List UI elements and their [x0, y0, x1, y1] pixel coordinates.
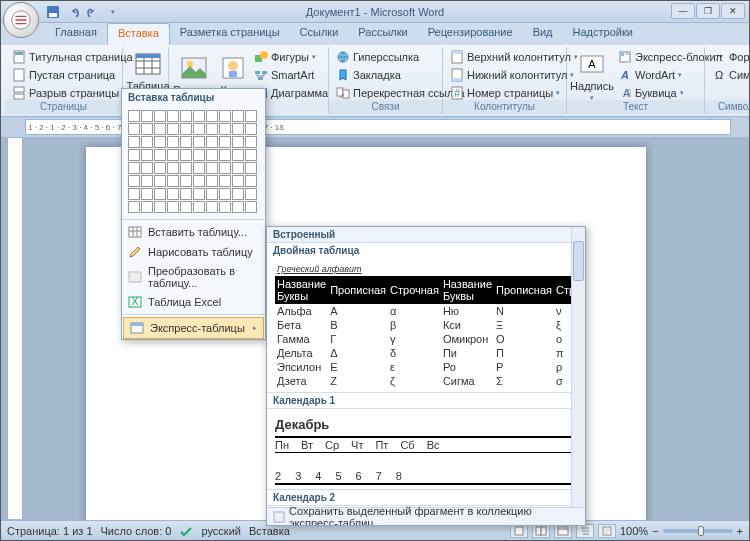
pagenum-icon: # — [450, 86, 464, 100]
maximize-button[interactable]: ❐ — [696, 3, 720, 19]
group-text-label: Текст — [567, 100, 704, 114]
svg-rect-35 — [621, 53, 624, 56]
tab-review[interactable]: Рецензирование — [418, 23, 523, 45]
qat-menu-icon[interactable]: ▾ — [105, 4, 121, 20]
blank-page-icon — [12, 68, 26, 82]
excel-icon: X — [128, 295, 142, 309]
svg-rect-18 — [262, 71, 267, 74]
svg-text:π: π — [715, 51, 723, 63]
zoom-slider[interactable] — [663, 529, 733, 533]
svg-rect-51 — [558, 527, 568, 535]
pencil-icon — [128, 245, 142, 259]
svg-rect-4 — [15, 52, 23, 55]
svg-rect-48 — [515, 527, 523, 535]
svg-rect-46 — [131, 323, 143, 326]
svg-rect-36 — [625, 53, 629, 55]
excel-table-item[interactable]: XТаблица Excel — [122, 292, 265, 312]
tab-mailings[interactable]: Рассылки — [348, 23, 417, 45]
status-language[interactable]: русский — [201, 525, 240, 537]
gallery-preview-cal1[interactable]: Декабрь ПнВтСрЧтПтСбВс 1 2345678 — [267, 409, 585, 489]
wordart-icon: A — [618, 68, 632, 82]
group-pages-label: Страницы — [5, 100, 122, 114]
gallery-preview-greek[interactable]: Греческий алфавит Название БуквыПрописна… — [267, 258, 585, 392]
svg-text:A: A — [620, 69, 629, 81]
svg-rect-17 — [255, 71, 260, 74]
svg-rect-42 — [129, 272, 141, 282]
zoom-out-button[interactable]: − — [652, 525, 658, 537]
status-words[interactable]: Число слов: 0 — [101, 525, 172, 537]
picture-icon — [180, 54, 208, 82]
svg-rect-27 — [452, 51, 462, 54]
window-title: Документ1 - Microsoft Word — [306, 6, 444, 18]
hyperlink-icon — [336, 50, 350, 64]
bookmark-icon — [336, 68, 350, 82]
symbol-icon: Ω — [712, 68, 726, 82]
zoom-in-button[interactable]: + — [737, 525, 743, 537]
svg-point-16 — [260, 51, 268, 59]
svg-rect-19 — [258, 77, 263, 80]
status-mode[interactable]: Вставка — [249, 525, 290, 537]
gallery-item-cal2[interactable]: Календарь 2 — [267, 489, 585, 506]
undo-icon[interactable] — [65, 4, 81, 20]
tab-layout[interactable]: Разметка страницы — [170, 23, 290, 45]
equation-button[interactable]: πФормула▾ — [709, 48, 750, 65]
svg-rect-49 — [536, 527, 541, 535]
pagenum-button[interactable]: #Номер страницы▾ — [447, 84, 581, 101]
tab-references[interactable]: Ссылки — [290, 23, 349, 45]
redo-icon[interactable] — [85, 4, 101, 20]
tab-addins[interactable]: Надстройки — [563, 23, 643, 45]
svg-text:X: X — [131, 295, 139, 307]
svg-rect-50 — [541, 527, 546, 535]
footer-button[interactable]: Нижний колонтитул▾ — [447, 66, 581, 83]
page-icon — [12, 50, 26, 64]
svg-rect-9 — [136, 54, 160, 58]
convert-icon — [128, 270, 142, 284]
status-page[interactable]: Страница: 1 из 1 — [7, 525, 93, 537]
textbox-button[interactable]: AНадпись▾ — [571, 48, 613, 104]
svg-text:Ω: Ω — [715, 69, 723, 81]
view-draft-icon[interactable] — [598, 524, 616, 538]
smartart-button[interactable]: SmartArt — [251, 66, 331, 83]
close-button[interactable]: ✕ — [721, 3, 745, 19]
svg-rect-41 — [129, 227, 141, 237]
table-dropdown: Вставка таблицы Вставить таблицу... Нари… — [121, 88, 266, 340]
dropcap-icon: A — [618, 86, 632, 100]
symbol-button[interactable]: ΩСимвол▾ — [709, 66, 750, 83]
gallery-item-double[interactable]: Двойная таблица — [267, 243, 585, 258]
footer-icon — [450, 68, 464, 82]
gallery-item-cal1[interactable]: Календарь 1 — [267, 392, 585, 409]
draw-table-item[interactable]: Нарисовать таблицу — [122, 242, 265, 262]
vertical-ruler[interactable] — [7, 137, 23, 520]
status-proof-icon[interactable] — [179, 524, 193, 538]
tab-view[interactable]: Вид — [523, 23, 563, 45]
gallery-footer[interactable]: Сохранить выделенный фрагмент в коллекци… — [267, 507, 585, 525]
quick-tables-item[interactable]: Экспресс-таблицы▸ — [123, 317, 264, 339]
header-button[interactable]: Верхний колонтитул▾ — [447, 48, 581, 65]
table-small-icon — [128, 225, 142, 239]
chevron-right-icon: ▸ — [253, 324, 257, 332]
shapes-button[interactable]: Фигуры▾ — [251, 48, 331, 65]
svg-rect-47 — [274, 512, 284, 522]
svg-rect-2 — [49, 13, 57, 17]
convert-table-item: Преобразовать в таблицу... — [122, 262, 265, 292]
tab-home[interactable]: Главная — [45, 23, 107, 45]
quicktable-icon — [130, 321, 144, 335]
table-size-grid[interactable] — [122, 106, 265, 217]
equation-icon: π — [712, 50, 726, 64]
smartart-icon — [254, 68, 268, 82]
gallery-section-builtin: Встроенный — [267, 227, 585, 243]
insert-table-item[interactable]: Вставить таблицу... — [122, 222, 265, 242]
quick-tables-gallery: Встроенный Двойная таблица Греческий алф… — [266, 226, 586, 526]
svg-text:#: # — [454, 87, 461, 99]
zoom-level[interactable]: 100% — [620, 525, 648, 537]
tab-insert[interactable]: Вставка — [107, 23, 170, 45]
minimize-button[interactable]: — — [671, 3, 695, 19]
group-headerfooter-label: Колонтитулы — [443, 100, 566, 114]
svg-rect-6 — [14, 87, 24, 92]
save-icon[interactable] — [45, 4, 61, 20]
shapes-icon — [254, 50, 268, 64]
svg-rect-14 — [229, 71, 237, 77]
gallery-scrollbar[interactable] — [571, 227, 585, 507]
office-button[interactable] — [3, 2, 39, 38]
quick-access-toolbar: ▾ — [45, 4, 121, 20]
